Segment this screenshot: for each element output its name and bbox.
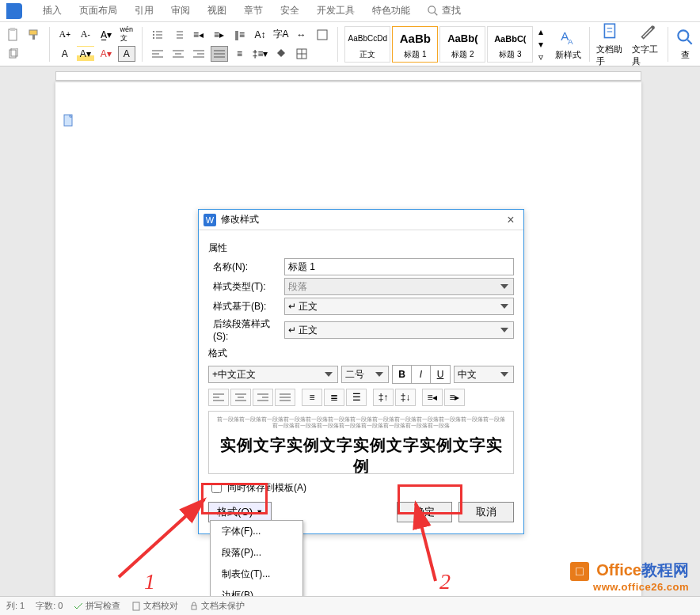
chevron-down-icon: ▼ <box>256 508 263 516</box>
indent-inc-icon[interactable]: ≡▸ <box>211 27 228 43</box>
close-icon[interactable]: × <box>503 213 519 227</box>
menu-paragraph[interactable]: 段落(P)... <box>211 542 302 564</box>
align-center-icon[interactable] <box>169 46 187 62</box>
indent-down-icon[interactable]: ‡↓ <box>395 389 416 406</box>
separator <box>142 27 143 62</box>
numbering-icon[interactable] <box>169 27 187 43</box>
tab-reference[interactable]: 引用 <box>135 4 154 17</box>
italic-button[interactable]: I <box>412 366 431 383</box>
paragraph-tools: ≡ ≣ ☰ ‡↑ ‡↓ ≡◂ ≡▸ <box>208 389 514 406</box>
align-left-icon[interactable] <box>149 46 166 62</box>
cancel-button[interactable]: 取消 <box>458 502 514 522</box>
phonetic-icon[interactable]: wén文 <box>118 27 135 43</box>
app-menu-icon[interactable] <box>6 3 22 19</box>
style-heading2[interactable]: AaBb( 标题 2 <box>439 26 485 63</box>
status-protect[interactable]: 文档未保护 <box>189 600 245 612</box>
lang-select[interactable]: 中文 <box>454 366 514 383</box>
bold-button[interactable]: B <box>393 366 412 383</box>
doc-icon <box>131 602 141 611</box>
sort-icon[interactable]: A↕ <box>252 27 269 43</box>
svg-rect-4 <box>29 30 37 35</box>
change-case-icon[interactable]: A̲▾ <box>97 27 115 43</box>
separator <box>589 27 590 62</box>
tab-chapter[interactable]: 章节 <box>244 4 263 17</box>
ok-button[interactable]: 确定 <box>397 502 452 522</box>
pa-left-icon[interactable] <box>208 389 229 406</box>
copy-icon[interactable] <box>5 46 22 62</box>
font-color-icon[interactable]: A▾ <box>97 46 115 62</box>
name-input[interactable] <box>284 258 514 275</box>
based-select[interactable]: ↵ 正文 <box>284 298 514 315</box>
font-select[interactable]: +中文正文 <box>208 366 338 383</box>
borders-icon[interactable] <box>314 27 331 43</box>
indent-up-icon[interactable]: ‡↑ <box>373 389 394 406</box>
watermark: □ Office教程网 www.office26.com <box>570 560 689 593</box>
style-heading3[interactable]: AaBbC( 标题 3 <box>487 26 533 63</box>
save-template-checkbox[interactable] <box>211 483 222 493</box>
pa-justify-icon[interactable] <box>275 389 295 406</box>
indent-dec-icon[interactable]: ≡◂ <box>190 27 207 43</box>
shading-icon[interactable] <box>272 46 290 62</box>
inc-indent-icon[interactable]: ≡▸ <box>444 389 465 406</box>
spacing-tight-icon[interactable]: ≡ <box>302 389 322 406</box>
style-gallery[interactable]: AaBbCcDd 正文 AaBb 标题 1 AaBb( 标题 2 AaBbC( … <box>344 26 546 63</box>
biu-group: B I U <box>392 365 451 384</box>
bullets-icon[interactable] <box>149 27 166 43</box>
style-normal[interactable]: AaBbCcDd 正文 <box>344 26 390 63</box>
style-heading1[interactable]: AaBb 标题 1 <box>392 26 438 63</box>
spacing-normal-icon[interactable]: ≣ <box>324 389 344 406</box>
clipboard-group <box>5 27 43 62</box>
status-words[interactable]: 字数: 0 <box>36 600 63 612</box>
new-style-button[interactable]: AA 新样式 <box>553 27 582 61</box>
gallery-down-icon[interactable]: ▾ <box>535 39 546 50</box>
menu-font[interactable]: 字体(F)... <box>211 521 302 542</box>
align-right-icon[interactable] <box>190 46 207 62</box>
tab-devtools[interactable]: 开发工具 <box>317 4 355 17</box>
paste-icon[interactable] <box>5 27 22 43</box>
line-space-icon[interactable]: ‡≡▾ <box>252 46 269 62</box>
follow-select[interactable]: ↵ 正文 <box>284 321 514 339</box>
font-smaller-icon[interactable]: A- <box>77 27 94 43</box>
underline-button[interactable]: U <box>431 366 450 383</box>
subscript-icon[interactable]: A <box>56 46 74 62</box>
svg-rect-57 <box>192 606 196 609</box>
highlight-icon[interactable]: A▾ <box>77 46 94 62</box>
watermark-url: www.office26.com <box>570 581 689 593</box>
tab-layout[interactable]: 页面布局 <box>79 4 117 17</box>
style-label: 标题 3 <box>488 49 532 60</box>
status-spell[interactable]: 拼写检查 <box>74 600 120 612</box>
spacing-loose-icon[interactable]: ☰ <box>346 389 367 406</box>
menu-border[interactable]: 边框(B)... <box>211 585 302 596</box>
status-proof[interactable]: 文档校对 <box>131 600 178 612</box>
dec-indent-icon[interactable]: ≡◂ <box>422 389 443 406</box>
doc-assist-button[interactable]: 文档助手 <box>596 21 626 67</box>
tab-review[interactable]: 审阅 <box>171 4 190 17</box>
tab-insert[interactable]: 插入 <box>43 4 62 17</box>
app-icon: W <box>204 214 216 226</box>
size-select[interactable]: 二号 <box>341 366 389 383</box>
search-box[interactable]: 查找 <box>428 4 461 17</box>
char-border-icon[interactable]: A <box>118 46 135 62</box>
gallery-more-icon[interactable]: ▿ <box>535 51 546 63</box>
svg-point-0 <box>428 6 436 13</box>
align-justify-icon[interactable] <box>211 46 228 62</box>
tab-special[interactable]: 特色功能 <box>372 4 410 17</box>
page-area: W 修改样式 × 属性 名称(N): 样式类型(T): 段落 样式基于(B): … <box>0 66 700 596</box>
text-direction-icon[interactable]: 字A <box>272 27 290 43</box>
dialog-titlebar[interactable]: W 修改样式 × <box>199 210 523 230</box>
find-button[interactable]: 查 <box>675 27 695 61</box>
gallery-up-icon[interactable]: ▴ <box>535 26 546 37</box>
pa-right-icon[interactable] <box>253 389 273 406</box>
align-convert-icon[interactable]: ↔ <box>293 27 310 43</box>
tab-view[interactable]: 视图 <box>207 4 226 17</box>
tab-security[interactable]: 安全 <box>280 4 299 17</box>
font-larger-icon[interactable]: A+ <box>56 27 74 43</box>
text-tool-button[interactable]: 文字工具 <box>632 21 661 67</box>
text-tool-label: 文字工具 <box>632 44 661 67</box>
line-spacing-icon[interactable]: ‖≡ <box>231 27 249 43</box>
menu-tabs[interactable]: 制表位(T)... <box>211 564 302 585</box>
format-painter-icon[interactable] <box>25 27 43 43</box>
pa-center-icon[interactable] <box>230 389 251 406</box>
table-icon[interactable] <box>293 46 310 62</box>
align-distribute-icon[interactable]: ≡ <box>231 46 249 62</box>
